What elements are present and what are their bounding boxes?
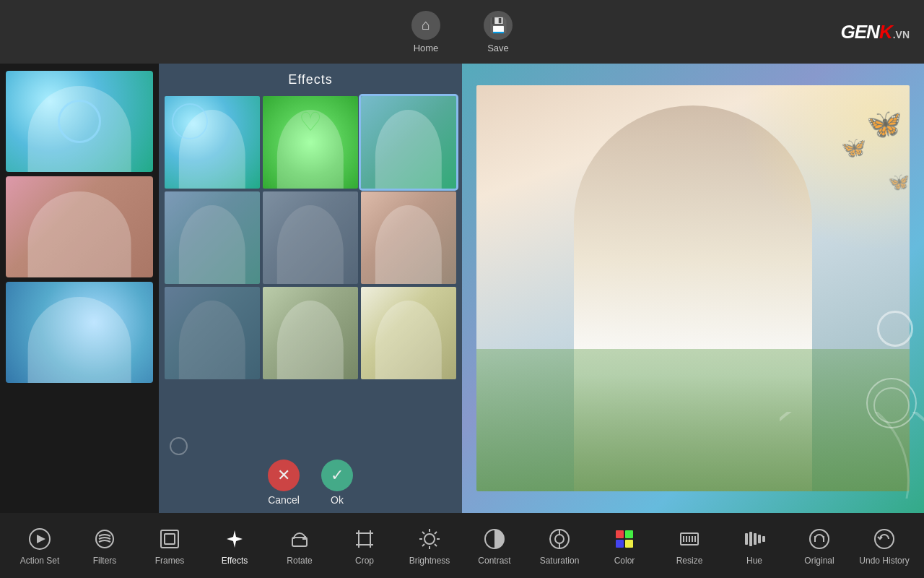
saturation-icon <box>546 526 572 552</box>
svg-rect-28 <box>625 540 633 548</box>
filters-icon <box>92 526 118 552</box>
effects-buttons: ✕ Cancel ✓ Ok <box>159 460 462 506</box>
toolbar-undo-history[interactable]: Undo History <box>859 526 910 566</box>
deco-circle-3 <box>170 437 188 455</box>
svg-point-22 <box>555 535 564 543</box>
butterfly-2: 🦋 <box>841 136 866 160</box>
toolbar-action-set[interactable]: Action Set <box>14 526 65 566</box>
effect-thumb-7[interactable] <box>165 287 260 379</box>
svg-line-16 <box>422 532 424 534</box>
toolbar-color[interactable]: Color <box>599 526 650 566</box>
toolbar-effects[interactable]: Effects <box>209 526 260 566</box>
cancel-label: Cancel <box>268 494 300 506</box>
svg-rect-25 <box>616 530 624 538</box>
effects-label: Effects <box>222 556 248 566</box>
toolbar-hue[interactable]: Hue <box>729 526 780 566</box>
toolbar-crop[interactable]: Crop <box>339 526 390 566</box>
svg-rect-27 <box>616 540 624 548</box>
svg-rect-37 <box>754 533 757 545</box>
butterfly-1: 🦋 <box>866 107 902 141</box>
effects-title: Effects <box>159 64 462 93</box>
frames-label: Frames <box>155 556 185 566</box>
filters-label: Filters <box>93 556 117 566</box>
svg-rect-4 <box>165 534 175 544</box>
effect-thumb-6[interactable] <box>361 191 456 284</box>
svg-marker-1 <box>37 535 45 543</box>
brightness-icon <box>417 526 443 552</box>
ok-icon: ✓ <box>321 460 353 491</box>
svg-point-40 <box>810 530 829 548</box>
crop-icon <box>352 526 378 552</box>
svg-rect-38 <box>758 535 761 543</box>
brightness-label: Brightness <box>409 556 450 566</box>
play-icon <box>27 526 53 552</box>
deco-swirl <box>780 412 924 499</box>
bottom-toolbar: Action Set Filters Frames <box>0 513 924 578</box>
svg-line-19 <box>422 544 424 546</box>
toolbar-resize[interactable]: Resize <box>664 526 715 566</box>
cancel-icon: ✕ <box>268 460 300 491</box>
color-label: Color <box>614 556 635 566</box>
home-button[interactable]: ⌂ Home <box>411 11 440 53</box>
home-icon: ⌂ <box>411 11 440 40</box>
original-icon <box>806 526 832 552</box>
contrast-icon <box>481 526 507 552</box>
save-label: Save <box>487 43 509 53</box>
frames-icon <box>157 526 183 552</box>
color-icon <box>611 526 637 552</box>
svg-rect-35 <box>745 533 748 545</box>
svg-point-2 <box>96 530 113 548</box>
svg-point-11 <box>424 534 435 544</box>
svg-rect-3 <box>161 530 178 548</box>
main-content: Effects ♡ <box>0 64 924 513</box>
rotate-label: Rotate <box>287 556 312 566</box>
effect-thumb-3[interactable] <box>361 96 456 189</box>
undo-history-label: Undo History <box>859 556 909 566</box>
effect-thumb-8[interactable] <box>263 287 358 379</box>
toolbar-rotate[interactable]: Rotate <box>274 526 325 566</box>
toolbar-brightness[interactable]: Brightness <box>404 526 455 566</box>
preview-area: 🦋 🦋 🦋 <box>462 64 924 513</box>
original-label: Original <box>804 556 834 566</box>
toolbar-filters[interactable]: Filters <box>79 526 130 566</box>
toolbar-frames[interactable]: Frames <box>144 526 195 566</box>
contrast-label: Contrast <box>478 556 510 566</box>
crop-label: Crop <box>355 556 374 566</box>
svg-line-17 <box>435 544 437 546</box>
sidebar-thumb-3[interactable] <box>6 282 153 383</box>
svg-rect-39 <box>762 536 765 542</box>
ok-button[interactable]: ✓ Ok <box>321 460 353 506</box>
deco-circle-right-1 <box>877 311 913 347</box>
sidebar-thumb-1[interactable] <box>6 71 153 172</box>
effect-thumb-5[interactable] <box>263 191 358 284</box>
left-sidebar <box>0 64 159 513</box>
undo-icon <box>871 526 897 552</box>
resize-label: Resize <box>676 556 703 566</box>
top-bar: ⌂ Home 💾 Save GENK.VN <box>0 0 924 64</box>
home-label: Home <box>414 43 439 53</box>
butterfly-3: 🦋 <box>888 172 910 192</box>
sidebar-thumb-2[interactable] <box>6 176 153 277</box>
svg-rect-6 <box>359 533 370 545</box>
cancel-button[interactable]: ✕ Cancel <box>268 460 300 506</box>
svg-rect-26 <box>625 530 633 538</box>
save-button[interactable]: 💾 Save <box>484 11 513 53</box>
effects-panel: Effects ♡ <box>159 64 462 513</box>
effect-thumb-9[interactable] <box>361 287 456 379</box>
effects-icon <box>222 526 248 552</box>
genk-logo: GENK.VN <box>841 21 910 43</box>
effect-thumb-4[interactable] <box>165 191 260 284</box>
toolbar-saturation[interactable]: Saturation <box>534 526 585 566</box>
svg-point-41 <box>875 530 894 548</box>
ok-label: Ok <box>331 494 344 506</box>
rotate-icon <box>287 526 313 552</box>
saturation-label: Saturation <box>540 556 580 566</box>
effect-thumb-2[interactable]: ♡ <box>263 96 358 189</box>
toolbar-original[interactable]: Original <box>794 526 845 566</box>
save-icon: 💾 <box>484 11 513 40</box>
hue-label: Hue <box>746 556 762 566</box>
effect-thumb-1[interactable] <box>165 96 260 189</box>
resize-icon <box>676 526 702 552</box>
action-set-label: Action Set <box>20 556 60 566</box>
toolbar-contrast[interactable]: Contrast <box>469 526 520 566</box>
